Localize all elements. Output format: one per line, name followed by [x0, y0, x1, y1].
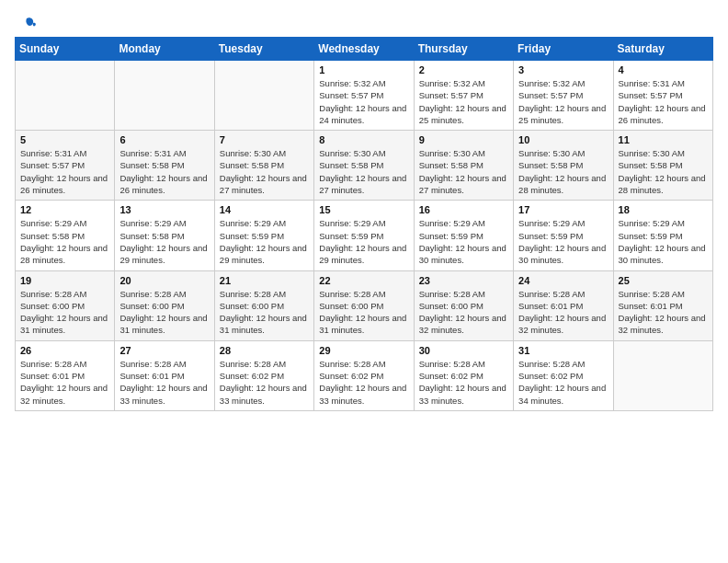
day-number: 14: [220, 204, 309, 215]
day-number: 3: [518, 64, 608, 75]
day-number: 17: [518, 204, 608, 215]
calendar-cell: 22Sunrise: 5:28 AM Sunset: 6:00 PM Dayli…: [314, 270, 414, 340]
calendar-week-row: 5Sunrise: 5:31 AM Sunset: 5:57 PM Daylig…: [16, 131, 713, 201]
calendar-cell: 12Sunrise: 5:29 AM Sunset: 5:58 PM Dayli…: [16, 201, 115, 270]
day-number: 23: [419, 275, 508, 286]
day-info: Sunrise: 5:28 AM Sunset: 6:01 PM Dayligh…: [518, 288, 608, 337]
day-number: 19: [20, 275, 109, 286]
calendar-week-row: 19Sunrise: 5:28 AM Sunset: 6:00 PM Dayli…: [16, 270, 713, 340]
calendar-cell: 7Sunrise: 5:30 AM Sunset: 5:58 PM Daylig…: [214, 131, 313, 201]
calendar-cell: 8Sunrise: 5:30 AM Sunset: 5:58 PM Daylig…: [314, 131, 414, 201]
calendar-cell: 13Sunrise: 5:29 AM Sunset: 5:58 PM Dayli…: [115, 201, 214, 270]
weekday-header-row: SundayMondayTuesdayWednesdayThursdayFrid…: [16, 38, 713, 61]
day-info: Sunrise: 5:28 AM Sunset: 6:02 PM Dayligh…: [220, 358, 309, 407]
day-info: Sunrise: 5:28 AM Sunset: 6:01 PM Dayligh…: [20, 358, 109, 407]
day-info: Sunrise: 5:28 AM Sunset: 6:00 PM Dayligh…: [419, 288, 508, 337]
day-number: 27: [119, 345, 209, 356]
weekday-header-thursday: Thursday: [414, 38, 513, 61]
day-number: 18: [619, 204, 708, 215]
day-info: Sunrise: 5:28 AM Sunset: 6:00 PM Dayligh…: [20, 288, 109, 337]
day-info: Sunrise: 5:30 AM Sunset: 5:58 PM Dayligh…: [619, 147, 708, 196]
day-number: 8: [319, 134, 408, 145]
weekday-header-friday: Friday: [514, 38, 613, 61]
day-info: Sunrise: 5:28 AM Sunset: 6:02 PM Dayligh…: [419, 358, 508, 407]
calendar-cell: [16, 61, 115, 131]
day-info: Sunrise: 5:30 AM Sunset: 5:58 PM Dayligh…: [518, 147, 608, 196]
day-number: 28: [220, 345, 309, 356]
day-number: 10: [518, 134, 608, 145]
day-number: 26: [20, 345, 109, 356]
calendar-cell: 21Sunrise: 5:28 AM Sunset: 6:00 PM Dayli…: [214, 270, 313, 340]
day-number: 30: [419, 345, 508, 356]
calendar-week-row: 26Sunrise: 5:28 AM Sunset: 6:01 PM Dayli…: [16, 340, 713, 410]
day-number: 1: [319, 64, 408, 75]
day-info: Sunrise: 5:28 AM Sunset: 6:00 PM Dayligh…: [220, 288, 309, 337]
day-info: Sunrise: 5:29 AM Sunset: 5:59 PM Dayligh…: [220, 217, 309, 266]
calendar-cell: 31Sunrise: 5:28 AM Sunset: 6:02 PM Dayli…: [514, 340, 613, 410]
calendar-cell: 6Sunrise: 5:31 AM Sunset: 5:58 PM Daylig…: [115, 131, 214, 201]
weekday-header-sunday: Sunday: [16, 38, 115, 61]
day-info: Sunrise: 5:32 AM Sunset: 5:57 PM Dayligh…: [319, 77, 408, 126]
day-number: 2: [419, 64, 508, 75]
calendar-cell: 17Sunrise: 5:29 AM Sunset: 5:59 PM Dayli…: [514, 201, 613, 270]
calendar-cell: 19Sunrise: 5:28 AM Sunset: 6:00 PM Dayli…: [16, 270, 115, 340]
day-number: 11: [619, 134, 708, 145]
day-info: Sunrise: 5:30 AM Sunset: 5:58 PM Dayligh…: [220, 147, 309, 196]
day-info: Sunrise: 5:29 AM Sunset: 5:59 PM Dayligh…: [419, 217, 508, 266]
day-info: Sunrise: 5:28 AM Sunset: 6:02 PM Dayligh…: [319, 358, 408, 407]
calendar-cell: 2Sunrise: 5:32 AM Sunset: 5:57 PM Daylig…: [414, 61, 513, 131]
day-number: 7: [220, 134, 309, 145]
day-info: Sunrise: 5:28 AM Sunset: 6:00 PM Dayligh…: [119, 288, 209, 337]
day-info: Sunrise: 5:28 AM Sunset: 6:01 PM Dayligh…: [619, 288, 708, 337]
calendar-cell: 11Sunrise: 5:30 AM Sunset: 5:58 PM Dayli…: [613, 131, 712, 201]
calendar-cell: 10Sunrise: 5:30 AM Sunset: 5:58 PM Dayli…: [514, 131, 613, 201]
calendar-cell: [613, 340, 712, 410]
page-header: [15, 15, 713, 31]
calendar-table: SundayMondayTuesdayWednesdayThursdayFrid…: [15, 37, 713, 411]
calendar-cell: 30Sunrise: 5:28 AM Sunset: 6:02 PM Dayli…: [414, 340, 513, 410]
weekday-header-monday: Monday: [115, 38, 214, 61]
day-info: Sunrise: 5:31 AM Sunset: 5:57 PM Dayligh…: [619, 77, 708, 126]
day-info: Sunrise: 5:30 AM Sunset: 5:58 PM Dayligh…: [319, 147, 408, 196]
day-info: Sunrise: 5:31 AM Sunset: 5:57 PM Dayligh…: [20, 147, 109, 196]
day-info: Sunrise: 5:31 AM Sunset: 5:58 PM Dayligh…: [119, 147, 209, 196]
day-number: 5: [20, 134, 109, 145]
day-number: 24: [518, 275, 608, 286]
calendar-cell: 27Sunrise: 5:28 AM Sunset: 6:01 PM Dayli…: [115, 340, 214, 410]
day-info: Sunrise: 5:28 AM Sunset: 6:01 PM Dayligh…: [119, 358, 209, 407]
day-info: Sunrise: 5:28 AM Sunset: 6:00 PM Dayligh…: [319, 288, 408, 337]
day-number: 9: [419, 134, 508, 145]
day-number: 12: [20, 204, 109, 215]
calendar-cell: 14Sunrise: 5:29 AM Sunset: 5:59 PM Dayli…: [214, 201, 313, 270]
calendar-cell: 25Sunrise: 5:28 AM Sunset: 6:01 PM Dayli…: [613, 270, 712, 340]
weekday-header-tuesday: Tuesday: [214, 38, 313, 61]
day-info: Sunrise: 5:29 AM Sunset: 5:59 PM Dayligh…: [619, 217, 708, 266]
day-number: 15: [319, 204, 408, 215]
day-info: Sunrise: 5:32 AM Sunset: 5:57 PM Dayligh…: [419, 77, 508, 126]
calendar-cell: 16Sunrise: 5:29 AM Sunset: 5:59 PM Dayli…: [414, 201, 513, 270]
day-info: Sunrise: 5:30 AM Sunset: 5:58 PM Dayligh…: [419, 147, 508, 196]
day-info: Sunrise: 5:29 AM Sunset: 5:59 PM Dayligh…: [319, 217, 408, 266]
day-number: 20: [119, 275, 209, 286]
logo-bird-icon: [17, 15, 37, 35]
calendar-cell: [115, 61, 214, 131]
calendar-cell: 23Sunrise: 5:28 AM Sunset: 6:00 PM Dayli…: [414, 270, 513, 340]
day-info: Sunrise: 5:32 AM Sunset: 5:57 PM Dayligh…: [518, 77, 608, 126]
day-number: 21: [220, 275, 309, 286]
calendar-cell: 20Sunrise: 5:28 AM Sunset: 6:00 PM Dayli…: [115, 270, 214, 340]
day-number: 25: [619, 275, 708, 286]
calendar-cell: 24Sunrise: 5:28 AM Sunset: 6:01 PM Dayli…: [514, 270, 613, 340]
calendar-week-row: 12Sunrise: 5:29 AM Sunset: 5:58 PM Dayli…: [16, 201, 713, 270]
calendar-week-row: 1Sunrise: 5:32 AM Sunset: 5:57 PM Daylig…: [16, 61, 713, 131]
calendar-cell: 28Sunrise: 5:28 AM Sunset: 6:02 PM Dayli…: [214, 340, 313, 410]
day-number: 31: [518, 345, 608, 356]
calendar-cell: 4Sunrise: 5:31 AM Sunset: 5:57 PM Daylig…: [613, 61, 712, 131]
calendar-cell: [214, 61, 313, 131]
weekday-header-wednesday: Wednesday: [314, 38, 414, 61]
weekday-header-saturday: Saturday: [613, 38, 712, 61]
day-info: Sunrise: 5:29 AM Sunset: 5:58 PM Dayligh…: [20, 217, 109, 266]
calendar-cell: 5Sunrise: 5:31 AM Sunset: 5:57 PM Daylig…: [16, 131, 115, 201]
day-info: Sunrise: 5:28 AM Sunset: 6:02 PM Dayligh…: [518, 358, 608, 407]
day-info: Sunrise: 5:29 AM Sunset: 5:58 PM Dayligh…: [119, 217, 209, 266]
day-number: 4: [619, 64, 708, 75]
